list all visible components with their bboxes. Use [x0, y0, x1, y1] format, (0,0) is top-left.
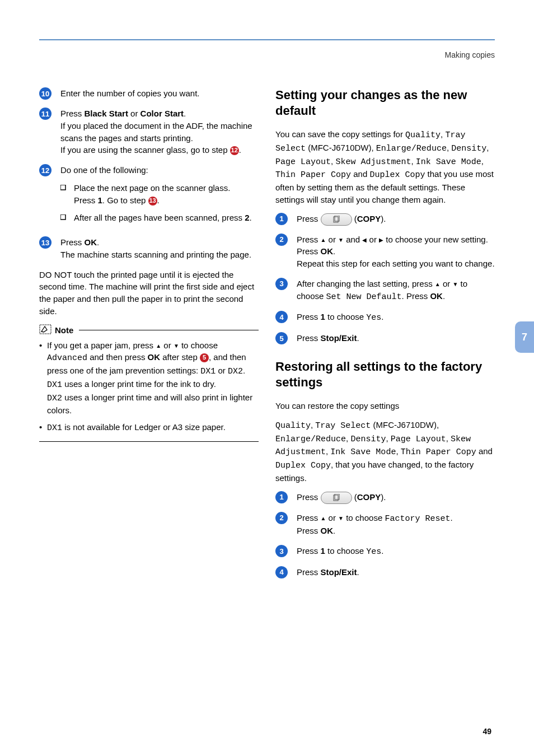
rstep-3: 3 After changing the last setting, press… — [275, 278, 495, 304]
intro-para-1: You can save the copy settings for Quali… — [275, 128, 495, 206]
ok-label: OK — [430, 291, 443, 301]
left-column: 10 Enter the number of copies you want. … — [39, 87, 259, 586]
c: Page Layout — [275, 157, 331, 167]
t: to choose your new setting. — [383, 235, 488, 244]
svg-rect-2 — [40, 325, 51, 334]
t: . — [243, 366, 245, 375]
warning-text: DO NOT touch the printed page until it i… — [39, 269, 259, 318]
svg-rect-0 — [60, 185, 65, 190]
t: After all the pages have been scanned, p… — [74, 213, 245, 222]
rstep-5: 5 Press Stop/Exit. — [275, 332, 495, 344]
note-item-1: • If you get a paper jam, press ▲ or ▼ t… — [39, 339, 259, 417]
t: to choose — [325, 546, 366, 556]
t: and — [476, 446, 493, 456]
t: (MFC-J6710DW), — [306, 143, 376, 152]
t: . — [357, 333, 359, 343]
up-arrow-icon: ▲ — [435, 281, 441, 287]
t: or — [326, 513, 338, 522]
t: , — [486, 143, 489, 152]
t: Press — [297, 526, 321, 535]
rstep-2: 2 Press ▲ or ▼ and ◀ or ▶ to choose your… — [275, 234, 495, 270]
t: Press — [297, 246, 321, 256]
key-1: 1 — [98, 195, 102, 205]
copy-label: COPY — [357, 492, 381, 502]
t: . — [357, 567, 359, 577]
t: , — [411, 156, 415, 166]
set-new-default-code: Set New Default — [326, 292, 402, 302]
square-bullet-icon — [60, 214, 69, 224]
t: Press — [297, 546, 321, 556]
c: Duplex Copy — [275, 461, 331, 470]
section-heading-1: Setting your changes as the new default — [275, 87, 495, 118]
c: Enlarge/Reduce — [376, 144, 447, 153]
yes-code: Yes — [366, 547, 381, 557]
t: (MFC-J6710DW), — [371, 420, 439, 430]
note-list: • If you get a paper jam, press ▲ or ▼ t… — [39, 339, 259, 435]
t: and — [344, 235, 362, 244]
t: Press — [297, 312, 321, 321]
c: Tray Select — [315, 421, 371, 431]
t: to choose — [179, 340, 218, 350]
step-number-11: 11 — [39, 108, 51, 120]
step-10: 10 Enter the number of copies you want. — [39, 87, 259, 100]
square-bullet-icon — [60, 185, 69, 207]
step-number: 2 — [275, 512, 288, 524]
t: Press — [297, 492, 321, 502]
c: Page Layout — [391, 435, 446, 444]
down-arrow-icon: ▼ — [338, 237, 344, 243]
ref-12-icon: 12 — [230, 146, 239, 155]
ref-5-icon: 5 — [200, 353, 209, 362]
stop-exit-label: Stop/Exit — [321, 567, 357, 577]
right-column: Setting your changes as the new default … — [275, 87, 495, 586]
t: Press — [60, 109, 85, 118]
t: , — [386, 433, 390, 443]
c: Quality — [275, 421, 311, 431]
step-number-12: 12 — [39, 164, 51, 176]
step-number: 3 — [275, 545, 288, 557]
copy-button-icon — [321, 213, 352, 226]
c: Thin Paper Copy — [275, 170, 351, 180]
key-1: 1 — [321, 312, 325, 321]
t: . — [250, 213, 252, 222]
c: Enlarge/Reduce — [275, 435, 346, 444]
t: Press — [297, 235, 321, 244]
up-arrow-icon: ▲ — [321, 515, 326, 521]
t: Press — [297, 513, 321, 522]
bullet-dot-icon: • — [39, 339, 47, 417]
t: . — [333, 526, 335, 535]
t: , — [481, 156, 484, 166]
t: . — [157, 195, 160, 205]
black-start: Black Start — [85, 109, 128, 118]
fstep-2: 2 Press ▲ or ▼ to choose Factory Reset. … — [275, 512, 495, 538]
t: Press — [74, 195, 98, 205]
dx1-code: DX1 — [47, 380, 62, 390]
t: If you get a paper jam, press — [47, 340, 156, 350]
t: or — [161, 340, 174, 350]
advanced-code: Advanced — [47, 353, 87, 363]
fstep-1: 1 Press (COPY). — [275, 491, 495, 504]
stop-exit-label: Stop/Exit — [321, 333, 357, 343]
t: , — [446, 433, 451, 443]
t: or — [367, 235, 379, 244]
note-rule — [79, 330, 259, 330]
t: , — [447, 143, 451, 152]
step-12: 12 Do one of the following: Place the ne… — [39, 164, 259, 228]
t: Press — [297, 214, 321, 223]
ok-label: OK — [148, 352, 161, 362]
down-arrow-icon: ▼ — [452, 281, 458, 287]
step-number: 4 — [275, 566, 288, 578]
step-13-body: Press OK. The machine starts scanning an… — [60, 236, 259, 261]
rstep-1: 1 Press (COPY). — [275, 213, 495, 226]
t: After changing the last setting, press — [297, 279, 435, 288]
t: Repeat this step for each setting you wa… — [297, 259, 495, 268]
down-arrow-icon: ▼ — [338, 515, 344, 521]
ok-label: OK — [321, 246, 334, 256]
note-heading: Note — [39, 324, 259, 336]
color-start: Color Start — [140, 109, 184, 118]
up-arrow-icon: ▲ — [321, 237, 326, 243]
t: Press — [60, 237, 85, 247]
t: or — [441, 279, 453, 288]
step-11-body: Press Black Start or Color Start. If you… — [60, 108, 259, 156]
t: . — [239, 145, 241, 155]
note-item-2: • DX1 is not available for Ledger or A3 … — [39, 421, 259, 435]
